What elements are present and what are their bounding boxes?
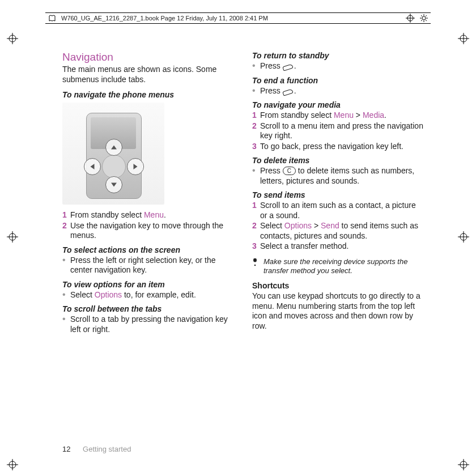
list-item: 2 Select Options > Send to send items su… <box>252 221 425 241</box>
bullet-text: Press . <box>260 86 425 96</box>
list-item: • Select Options to, for example, edit. <box>62 290 235 300</box>
subheading-view-options: To view options for an item <box>62 280 235 289</box>
step-number: 2 <box>252 221 260 241</box>
c-key-icon: C <box>283 167 296 175</box>
svg-point-21 <box>422 16 426 20</box>
list-item: 2 Use the navigation key to move through… <box>62 221 235 241</box>
arrow-down-icon <box>105 176 122 193</box>
step-number: 1 <box>62 210 70 220</box>
step-number: 1 <box>252 110 260 121</box>
subheading-select-actions: To select actions on the screen <box>62 245 235 254</box>
list-item: 1 From standby select Menu. <box>62 210 235 220</box>
options-link: Options <box>95 290 122 299</box>
step-number: 3 <box>252 142 260 152</box>
navigate-media-steps: 1 From standby select Menu > Media. 2 Sc… <box>252 110 425 151</box>
navigate-menus-steps: 1 From standby select Menu. 2 Use the na… <box>62 210 235 241</box>
note-callout: Make sure the receiving device supports … <box>252 257 425 276</box>
list-item: 3 To go back, press the navigation key l… <box>252 142 425 152</box>
step-text: From standby select Menu. <box>70 210 235 220</box>
info-icon <box>252 257 259 276</box>
bullet-icon: • <box>62 290 70 300</box>
step-number: 2 <box>62 221 70 241</box>
list-item: 1 Scroll to an item such as a contact, a… <box>252 201 425 220</box>
select-actions-list: • Press the left or right selection key,… <box>62 256 235 275</box>
list-item: • Scroll to a tab by pressing the naviga… <box>62 314 235 334</box>
bullet-text: Scroll to a tab by pressing the navigati… <box>70 314 235 334</box>
section-heading-navigation: Navigation <box>62 51 235 63</box>
right-column: To return to standby • Press . To end a … <box>252 51 425 431</box>
crop-mark-icon <box>7 33 18 44</box>
delete-items-list: • Press C to delete items such as number… <box>252 166 425 186</box>
svg-point-30 <box>253 258 257 262</box>
subheading-delete-items: To delete items <box>252 156 425 165</box>
crop-mark-icon <box>7 459 18 470</box>
list-item: 3 Select a transfer method. <box>252 241 425 252</box>
crop-mark-icon <box>458 33 469 44</box>
arrow-up-icon <box>105 139 122 156</box>
menu-link: Menu <box>144 210 164 219</box>
subheading-navigate-media: To navigate your media <box>252 100 425 109</box>
list-item: • Press C to delete items such as number… <box>252 166 425 186</box>
media-link: Media <box>363 110 384 120</box>
list-item: 2 Scroll to a menu item and press the na… <box>252 121 425 141</box>
book-icon <box>48 14 57 23</box>
intro-text: The main menus are shown as icons. Some … <box>62 65 235 84</box>
step-text: Select a transfer method. <box>260 241 425 252</box>
crop-mark-icon <box>7 231 18 243</box>
step-text: Select Options > Send to send items such… <box>260 221 425 241</box>
svg-line-29 <box>421 20 422 21</box>
svg-line-26 <box>421 15 422 16</box>
options-link: Options <box>284 221 312 230</box>
note-text: Make sure the receiving device supports … <box>264 257 425 276</box>
crop-mark-icon <box>458 459 469 470</box>
bullet-text: Press . <box>260 61 425 71</box>
bullet-icon: • <box>252 86 260 96</box>
step-text: Scroll to an item such as a contact, a p… <box>260 201 425 220</box>
crop-mark-icon <box>458 231 469 243</box>
dpad-icon <box>102 155 126 178</box>
subheading-navigate-menus: To navigate the phone menus <box>62 90 235 99</box>
bullet-icon: • <box>252 61 260 71</box>
svg-line-28 <box>426 15 427 16</box>
list-item: 1 From standby select Menu > Media. <box>252 110 425 121</box>
phone-navigation-illustration <box>62 103 164 205</box>
subheading-scroll-tabs: To scroll between the tabs <box>62 304 235 313</box>
framemaker-header: W760_UG_AE_1216_2287_1.book Page 12 Frid… <box>45 12 431 24</box>
send-items-steps: 1 Scroll to an item such as a contact, a… <box>252 201 425 252</box>
shortcuts-text: You can use keypad shortcuts to go direc… <box>252 291 425 331</box>
gear-icon <box>419 14 428 23</box>
bullet-text: Press C to delete items such as numbers,… <box>260 166 425 186</box>
subheading-return-standby: To return to standby <box>252 51 425 60</box>
arrow-left-icon <box>84 158 101 175</box>
svg-point-31 <box>254 264 256 266</box>
scroll-tabs-list: • Scroll to a tab by pressing the naviga… <box>62 314 235 334</box>
list-item: • Press . <box>252 86 425 96</box>
subheading-end-function: To end a function <box>252 76 425 85</box>
bullet-icon: • <box>62 314 70 334</box>
bullet-icon: • <box>62 256 70 275</box>
subheading-shortcuts: Shortcuts <box>252 281 425 290</box>
subheading-send-items: To send items <box>252 190 425 199</box>
menu-link: Menu <box>334 110 354 120</box>
step-text: Scroll to a menu item and press the navi… <box>260 121 425 141</box>
page-number: 12 <box>62 445 70 453</box>
arrow-right-icon <box>127 158 144 175</box>
step-text: Use the navigation key to move through t… <box>70 221 235 241</box>
svg-line-27 <box>426 20 427 21</box>
crop-mark-icon <box>406 14 415 23</box>
end-key-icon <box>283 88 294 94</box>
list-item: • Press the left or right selection key,… <box>62 256 235 275</box>
page-content: Navigation The main menus are shown as i… <box>62 51 425 431</box>
send-link: Send <box>321 221 339 230</box>
step-text: To go back, press the navigation key lef… <box>260 142 425 152</box>
bullet-icon: • <box>252 166 260 186</box>
step-text: From standby select Menu > Media. <box>260 110 425 121</box>
step-number: 1 <box>252 201 260 220</box>
end-key-icon <box>283 63 294 69</box>
return-standby-list: • Press . <box>252 61 425 71</box>
left-column: Navigation The main menus are shown as i… <box>62 51 235 431</box>
step-number: 2 <box>252 121 260 141</box>
view-options-list: • Select Options to, for example, edit. <box>62 290 235 300</box>
step-number: 3 <box>252 241 260 252</box>
header-filename: W760_UG_AE_1216_2287_1.book Page 12 Frid… <box>59 15 270 22</box>
